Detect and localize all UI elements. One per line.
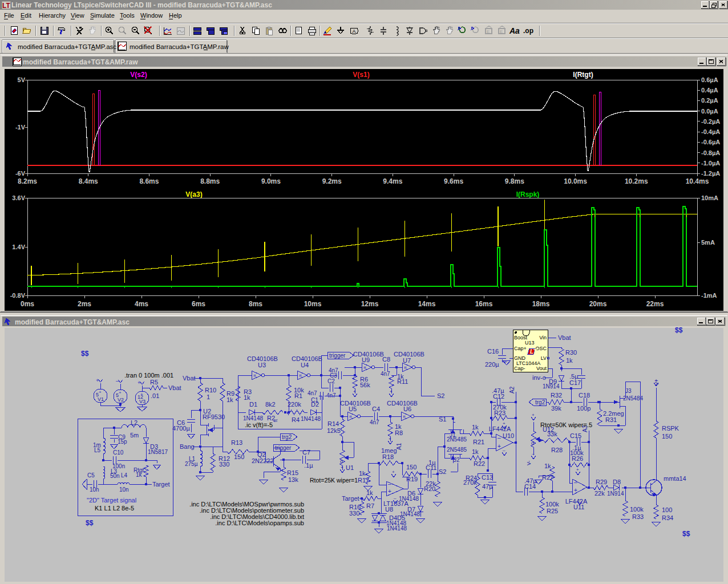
svg-text:8ms: 8ms: [249, 300, 262, 308]
svg-text:$$: $$: [682, 530, 690, 538]
svg-text:0ms: 0ms: [21, 300, 34, 308]
svg-text:I(Rspk): I(Rspk): [516, 190, 540, 198]
svg-text:$$: $$: [81, 350, 89, 358]
svg-text:100: 100: [662, 506, 672, 513]
svg-text:R15: R15: [287, 469, 298, 476]
svg-text:-1.0µA: -1.0µA: [701, 160, 720, 167]
svg-text:R34: R34: [662, 514, 673, 521]
svg-text:1N4148: 1N4148: [301, 416, 321, 422]
svg-text:Window: Window: [140, 12, 163, 19]
svg-text:5V: 5V: [18, 76, 26, 83]
svg-text:mmta14: mmta14: [664, 475, 686, 482]
svg-text:+: +: [140, 392, 143, 397]
svg-text:o: o: [531, 440, 534, 446]
svg-text:R10: R10: [205, 387, 216, 394]
svg-text:R28: R28: [551, 447, 563, 453]
svg-text:R4: R4: [292, 416, 300, 423]
svg-text:1N5817: 1N5817: [148, 449, 168, 455]
svg-text:10n: 10n: [119, 486, 129, 493]
svg-text:4n7: 4n7: [381, 371, 390, 377]
svg-text:–: –: [574, 479, 577, 485]
svg-text:V+: V+: [654, 379, 660, 386]
svg-text:-6V: -6V: [15, 170, 26, 177]
svg-text:4n7: 4n7: [308, 390, 317, 396]
svg-text:modified Barracuda+TGT&AMP.raw: modified Barracuda+TGT&AMP.raw: [23, 58, 138, 66]
svg-text:R7: R7: [366, 502, 374, 509]
svg-text:C14: C14: [524, 483, 536, 490]
svg-text:R22: R22: [474, 460, 485, 467]
svg-text:LT: LT: [2, 2, 10, 10]
svg-text:–: –: [498, 435, 501, 441]
svg-text:$$: $$: [86, 519, 94, 527]
svg-text:C17: C17: [569, 379, 581, 386]
svg-text:R25: R25: [547, 508, 558, 514]
svg-text:-1V: -1V: [15, 124, 26, 131]
svg-text:R29: R29: [596, 478, 607, 485]
svg-text:150: 150: [234, 453, 244, 460]
svg-text:8k2: 8k2: [265, 401, 276, 408]
svg-text:56k: 56k: [360, 382, 370, 388]
svg-text:U6: U6: [403, 405, 411, 412]
svg-text:+: +: [96, 378, 99, 383]
svg-text:U7: U7: [403, 357, 411, 364]
svg-text:0.4µA: 0.4µA: [701, 87, 718, 94]
svg-text:Rtot=25K wiper=1: Rtot=25K wiper=1: [310, 477, 358, 484]
svg-text:U13: U13: [525, 340, 535, 346]
svg-text:R27: R27: [542, 474, 553, 481]
svg-text:–: –: [116, 378, 119, 384]
svg-text:E: E: [500, 29, 503, 34]
svg-text:Target: Target: [342, 495, 359, 502]
svg-text:U3: U3: [258, 362, 266, 368]
svg-text:R14: R14: [327, 420, 339, 427]
svg-text:S2: S2: [437, 392, 444, 399]
svg-text:2ms: 2ms: [78, 300, 91, 308]
svg-text:π: π: [349, 415, 352, 419]
svg-text:33k: 33k: [547, 431, 557, 437]
svg-text:J3: J3: [625, 388, 632, 394]
svg-text:9.2ms: 9.2ms: [322, 177, 342, 185]
svg-text:12k5: 12k5: [327, 427, 341, 434]
svg-text:U8: U8: [385, 506, 393, 513]
svg-text:8.6ms: 8.6ms: [139, 177, 159, 185]
svg-text:RSPK: RSPK: [662, 425, 680, 432]
svg-text:1k: 1k: [366, 489, 373, 496]
svg-text:U5: U5: [349, 405, 357, 412]
svg-text:V(s1): V(s1): [353, 71, 369, 79]
svg-text:L2: L2: [131, 419, 137, 426]
svg-text:J2: J2: [454, 457, 460, 463]
svg-text:C11: C11: [426, 464, 436, 471]
svg-text:9.0ms: 9.0ms: [261, 177, 281, 185]
svg-text:+: +: [392, 469, 395, 474]
svg-text:View: View: [71, 12, 84, 19]
svg-text:1k: 1k: [227, 396, 233, 403]
svg-text:R23: R23: [494, 409, 505, 416]
svg-text:U11: U11: [573, 504, 584, 510]
svg-text:+: +: [137, 380, 140, 386]
svg-text:File: File: [4, 12, 14, 19]
svg-text:47µ: 47µ: [482, 483, 493, 490]
svg-text:.1µ: .1µ: [304, 462, 313, 469]
svg-text:V(a3): V(a3): [185, 190, 202, 198]
svg-text:10.0ms: 10.0ms: [564, 177, 587, 185]
svg-text:R11: R11: [397, 378, 408, 385]
svg-text:$$: $$: [675, 326, 683, 334]
svg-text:L4: L4: [121, 472, 128, 478]
svg-text:+: +: [119, 390, 122, 395]
svg-text:U9: U9: [362, 356, 370, 363]
svg-text:100k: 100k: [630, 506, 644, 513]
svg-text:10.4ms: 10.4ms: [686, 177, 709, 185]
svg-text:Simulate: Simulate: [90, 12, 115, 19]
svg-text:C12: C12: [493, 393, 504, 400]
svg-text:Tools: Tools: [120, 12, 135, 19]
svg-text:8.2ms: 8.2ms: [18, 177, 37, 185]
svg-text:RF9530: RF9530: [203, 413, 225, 420]
svg-text:-0.8V: -0.8V: [10, 292, 26, 299]
svg-text:Vbat: Vbat: [183, 375, 196, 382]
svg-text:trg2: trg2: [282, 434, 292, 440]
svg-text:1k: 1k: [472, 448, 479, 455]
svg-text:+: +: [574, 487, 577, 493]
svg-text:15p: 15p: [118, 439, 127, 445]
svg-text:Linear Technology LTspice/Swit: Linear Technology LTspice/SwitcherCAD II…: [11, 1, 272, 9]
svg-text:R20: R20: [424, 485, 435, 492]
svg-text:R32: R32: [551, 392, 562, 399]
